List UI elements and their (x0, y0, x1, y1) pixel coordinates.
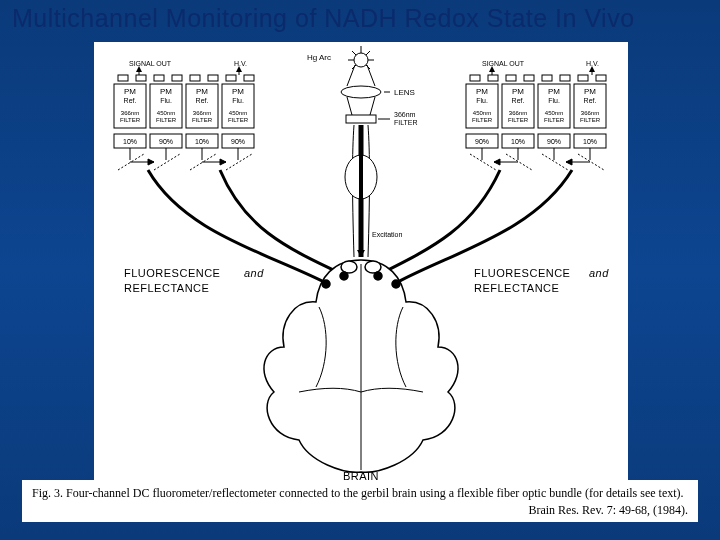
svg-text:PM: PM (476, 87, 488, 96)
svg-marker-20 (357, 250, 365, 257)
svg-rect-29 (190, 75, 200, 81)
svg-text:450nm: 450nm (473, 110, 491, 116)
svg-text:90%: 90% (547, 138, 561, 145)
svg-rect-28 (172, 75, 182, 81)
svg-text:FILTER: FILTER (228, 117, 249, 123)
svg-rect-26 (136, 75, 146, 81)
svg-text:FILTER: FILTER (580, 117, 601, 123)
svg-text:and: and (589, 267, 609, 279)
diagram-svg: Hg Arc LENS (94, 42, 628, 482)
svg-text:Ref.: Ref. (584, 97, 597, 104)
filter-366-label-line2: FILTER (394, 119, 418, 126)
filter-366-label-line1: 366nm (394, 111, 416, 118)
svg-rect-78 (488, 75, 498, 81)
svg-text:Flu.: Flu. (476, 97, 488, 104)
svg-rect-14 (346, 115, 376, 123)
figure-caption: Fig. 3. Four-channel DC fluorometer/refl… (22, 480, 698, 522)
svg-text:Flu.: Flu. (160, 97, 172, 104)
svg-text:366nm: 366nm (193, 110, 211, 116)
svg-rect-30 (208, 75, 218, 81)
hv-right: H.V. (586, 60, 599, 67)
svg-rect-27 (154, 75, 164, 81)
excitation-filter: 366nm FILTER (346, 111, 418, 126)
svg-text:90%: 90% (475, 138, 489, 145)
svg-text:FILTER: FILTER (156, 117, 177, 123)
svg-marker-71 (148, 159, 154, 165)
svg-point-10 (341, 86, 381, 98)
fr-label-left: FLUORESCENCE and REFLECTANCE (124, 267, 264, 294)
svg-point-133 (365, 261, 381, 273)
svg-line-9 (367, 65, 375, 86)
brain-outline (264, 260, 458, 472)
svg-rect-25 (118, 75, 128, 81)
signal-out-right: SIGNAL OUT (482, 60, 525, 67)
hg-arc-label: Hg Arc (307, 53, 331, 62)
svg-text:REFLECTANCE: REFLECTANCE (124, 282, 209, 294)
caption-citation: Brain Res. Rev. 7: 49-68, (1984). (32, 503, 688, 518)
svg-text:10%: 10% (583, 138, 597, 145)
left-pm-bank: SIGNAL OUT H.V. PM Ref. 366nm FILTER PM (114, 60, 342, 282)
svg-text:366nm: 366nm (121, 110, 139, 116)
svg-point-134 (322, 280, 330, 288)
svg-text:450nm: 450nm (229, 110, 247, 116)
svg-text:FILTER: FILTER (472, 117, 493, 123)
figure-panel: Hg Arc LENS (94, 42, 628, 482)
svg-line-64 (226, 154, 252, 170)
svg-text:FLUORESCENCE: FLUORESCENCE (474, 267, 570, 279)
svg-marker-124 (566, 159, 572, 165)
svg-line-62 (154, 154, 180, 170)
svg-text:Ref.: Ref. (196, 97, 209, 104)
svg-line-113 (470, 154, 496, 170)
svg-text:FILTER: FILTER (508, 117, 529, 123)
svg-rect-82 (560, 75, 570, 81)
svg-text:and: and (244, 267, 264, 279)
svg-text:450nm: 450nm (157, 110, 175, 116)
svg-text:90%: 90% (159, 138, 173, 145)
svg-rect-83 (578, 75, 588, 81)
hv-left: H.V. (234, 60, 247, 67)
svg-text:PM: PM (196, 87, 208, 96)
svg-text:Ref.: Ref. (512, 97, 525, 104)
svg-line-13 (370, 97, 375, 115)
svg-text:PM: PM (160, 87, 172, 96)
svg-point-136 (374, 272, 382, 280)
svg-line-5 (366, 51, 370, 55)
svg-text:366nm: 366nm (581, 110, 599, 116)
fr-label-right: FLUORESCENCE and REFLECTANCE (474, 267, 609, 294)
svg-text:10%: 10% (511, 138, 525, 145)
svg-line-115 (542, 154, 568, 170)
svg-line-12 (347, 97, 352, 115)
svg-marker-72 (220, 159, 226, 165)
svg-text:Excitation: Excitation (372, 231, 402, 238)
svg-text:FILTER: FILTER (192, 117, 213, 123)
svg-text:90%: 90% (231, 138, 245, 145)
slide-title: Multichannel Monitoring of NADH Redox St… (12, 4, 635, 33)
svg-marker-123 (494, 159, 500, 165)
svg-text:366nm: 366nm (509, 110, 527, 116)
svg-rect-80 (524, 75, 534, 81)
excitation-label: Excitation (357, 231, 402, 257)
svg-text:FLUORESCENCE: FLUORESCENCE (124, 267, 220, 279)
svg-point-135 (340, 272, 348, 280)
svg-rect-79 (506, 75, 516, 81)
svg-point-137 (392, 280, 400, 288)
svg-rect-81 (542, 75, 552, 81)
light-source: Hg Arc (307, 46, 375, 86)
svg-line-8 (347, 65, 355, 86)
svg-text:Flu.: Flu. (548, 97, 560, 104)
svg-text:PM: PM (584, 87, 596, 96)
svg-text:450nm: 450nm (545, 110, 563, 116)
svg-rect-31 (226, 75, 236, 81)
svg-point-0 (354, 53, 368, 67)
svg-text:REFLECTANCE: REFLECTANCE (474, 282, 559, 294)
svg-rect-77 (470, 75, 480, 81)
svg-text:PM: PM (548, 87, 560, 96)
svg-rect-32 (244, 75, 254, 81)
lens-label: LENS (394, 88, 415, 97)
signal-out-left: SIGNAL OUT (129, 60, 172, 67)
svg-text:10%: 10% (195, 138, 209, 145)
svg-line-4 (352, 51, 356, 55)
svg-text:Ref.: Ref. (124, 97, 137, 104)
caption-text: Fig. 3. Four-channel DC fluorometer/refl… (32, 486, 688, 501)
svg-text:FILTER: FILTER (544, 117, 565, 123)
